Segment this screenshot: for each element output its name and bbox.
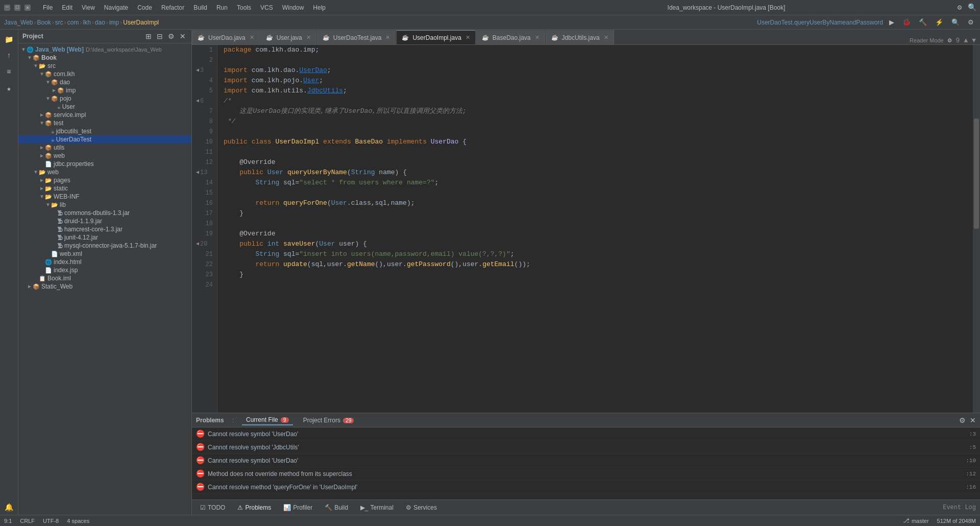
tree-item-book[interactable]: ▼ 📦 Book bbox=[18, 54, 191, 62]
tree-item-test[interactable]: ▼ 📦 test bbox=[18, 119, 191, 127]
status-charset[interactable]: UTF-8 bbox=[43, 518, 59, 524]
close-button[interactable]: ✕ bbox=[24, 5, 31, 11]
chevron-down-icon[interactable]: ▼ bbox=[972, 37, 976, 44]
settings-toolbar-button[interactable]: ⚙ bbox=[966, 17, 976, 27]
tab-project-errors[interactable]: Project Errors 29 bbox=[299, 416, 358, 425]
menu-help[interactable]: Help bbox=[309, 3, 330, 12]
menu-build[interactable]: Build bbox=[189, 3, 211, 12]
breadcrumb-com[interactable]: com bbox=[67, 19, 79, 26]
search-button[interactable]: 🔍 bbox=[949, 17, 962, 27]
tree-item-web-folder[interactable]: ▼ 📂 web bbox=[18, 168, 191, 176]
menu-code[interactable]: Code bbox=[133, 3, 156, 12]
chevron-up-icon[interactable]: ▲ bbox=[964, 37, 968, 44]
tab-settings-icon[interactable]: ⚙ bbox=[948, 36, 952, 44]
tree-item-book-iml[interactable]: 📋 Book.iml bbox=[18, 274, 191, 282]
tree-item-user-class[interactable]: ☕ User bbox=[18, 103, 191, 111]
menu-tools[interactable]: Tools bbox=[233, 3, 255, 12]
tree-item-userdaotest[interactable]: ☕ UserDaoTest bbox=[18, 135, 191, 144]
tab-user[interactable]: ☕ User.java ✕ bbox=[260, 30, 316, 44]
tab-userdaoimpl[interactable]: ☕ UserDaoImpl.java ✕ bbox=[396, 30, 475, 44]
settings-button[interactable]: ⚙ bbox=[955, 4, 964, 12]
todo-button[interactable]: ☑ TODO bbox=[196, 503, 229, 512]
problem-item-3[interactable]: ⛔ Cannot resolve symbol 'UserDao' :10 bbox=[192, 454, 980, 467]
problems-button[interactable]: ⚠ Problems bbox=[233, 503, 275, 512]
breadcrumb-src[interactable]: src bbox=[55, 19, 63, 26]
code-editor[interactable]: 1 2 ◀3 4 5 ◀6 7 8 9 10 11 12 ◀13 14 15 1… bbox=[192, 45, 980, 413]
tree-item-druid[interactable]: 🗜 druid-1.1.9.jar bbox=[18, 217, 191, 225]
coverage-button[interactable]: ⚡ bbox=[933, 17, 945, 27]
tree-item-service-impl[interactable]: ▶ 📦 service.impl bbox=[18, 111, 191, 119]
menu-view[interactable]: View bbox=[78, 3, 99, 12]
breadcrumb-dao[interactable]: dao bbox=[95, 19, 105, 26]
tree-item-commons-dbutils[interactable]: 🗜 commons-dbutils-1.3.jar bbox=[18, 209, 191, 217]
tab-close-userdaotest[interactable]: ✕ bbox=[385, 34, 390, 41]
problem-item-1[interactable]: ⛔ Cannot resolve symbol 'UserDao' :3 bbox=[192, 427, 980, 441]
commit-icon[interactable]: ↑ bbox=[2, 48, 17, 63]
tree-item-static-web[interactable]: ▶ 📦 Static_Web bbox=[18, 282, 191, 291]
tab-close-userdaoimpl[interactable]: ✕ bbox=[465, 34, 470, 41]
tree-item-web-pkg[interactable]: ▶ 📦 web bbox=[18, 152, 191, 160]
tree-item-webinf[interactable]: ▼ 📂 WEB-INF bbox=[18, 193, 191, 201]
breadcrumb-java-web[interactable]: Java_Web bbox=[4, 19, 33, 26]
tree-item-dao[interactable]: ▼ 📦 dao bbox=[18, 78, 191, 86]
tab-userdao[interactable]: ☕ UserDao.java ✕ bbox=[192, 30, 260, 44]
collapse-all-button[interactable]: ⊟ bbox=[155, 32, 164, 41]
tree-item-comlkh[interactable]: ▼ 📦 com.lkh bbox=[18, 70, 191, 78]
tree-item-java-web[interactable]: ▼ 🌐 Java_Web [Web] D:\Idea_workspace\Jav… bbox=[18, 45, 191, 54]
menu-navigate[interactable]: Navigate bbox=[100, 3, 132, 12]
tree-item-jdbc-properties[interactable]: 📄 jdbc.properties bbox=[18, 160, 191, 168]
tree-item-lib[interactable]: ▼ 📂 lib bbox=[18, 201, 191, 209]
menu-edit[interactable]: Edit bbox=[58, 3, 77, 12]
build-button-bottom[interactable]: 🔨 Build bbox=[321, 503, 352, 512]
problem-item-4[interactable]: ⛔ Method does not override method from i… bbox=[192, 467, 980, 481]
tab-jdbcutils[interactable]: ☕ JdbcUtils.java ✕ bbox=[546, 30, 614, 44]
menu-vcs[interactable]: VCS bbox=[256, 3, 277, 12]
debug-button[interactable]: 🐞 bbox=[900, 17, 913, 27]
notifications-icon[interactable]: 🔔 bbox=[2, 499, 17, 515]
run-config-label[interactable]: UserDaoTest.queryUserByNameandPassword bbox=[757, 19, 883, 26]
problem-item-2[interactable]: ⛔ Cannot resolve symbol 'JdbcUtils' :5 bbox=[192, 441, 980, 454]
tree-item-src[interactable]: ▼ 📂 src bbox=[18, 62, 191, 70]
code-content[interactable]: package com.lkh.dao.imp; import com.lkh.… bbox=[217, 45, 973, 413]
tab-userdaotest[interactable]: ☕ UserDaoTest.java ✕ bbox=[317, 30, 396, 44]
minimize-button[interactable]: ─ bbox=[4, 5, 10, 11]
tree-item-static[interactable]: ▶ 📂 static bbox=[18, 184, 191, 193]
tree-item-jdbcutils-test[interactable]: ☕ jdbcutils_test bbox=[18, 127, 191, 135]
hide-panel-button[interactable]: ✕ bbox=[178, 32, 187, 41]
window-controls[interactable]: ─ □ ✕ bbox=[4, 5, 31, 11]
gear-settings-button[interactable]: ⚙ bbox=[166, 32, 176, 41]
tab-close-user[interactable]: ✕ bbox=[306, 34, 311, 41]
profiler-button[interactable]: 📊 Profiler bbox=[279, 503, 316, 512]
tree-item-pages[interactable]: ▶ 📂 pages bbox=[18, 176, 191, 184]
tree-item-indexjsp[interactable]: 📄 index.jsp bbox=[18, 266, 191, 274]
tab-close-basedao[interactable]: ✕ bbox=[535, 34, 540, 41]
menu-file[interactable]: File bbox=[39, 3, 57, 12]
tree-item-webxml[interactable]: 📄 web.xml bbox=[18, 250, 191, 258]
run-button[interactable]: ▶ bbox=[887, 17, 896, 27]
tab-close-jdbcutils[interactable]: ✕ bbox=[604, 34, 608, 41]
terminal-button[interactable]: ▶_ Terminal bbox=[356, 503, 398, 512]
status-indent[interactable]: 4 spaces bbox=[67, 518, 89, 524]
structure-icon[interactable]: ≡ bbox=[2, 64, 17, 80]
tree-item-pojo[interactable]: ▼ 📦 pojo bbox=[18, 94, 191, 103]
status-position[interactable]: 9:1 bbox=[4, 518, 12, 524]
problem-item-5[interactable]: ⛔ Cannot resolve method 'queryForOne' in… bbox=[192, 481, 980, 494]
menu-refactor[interactable]: Refactor bbox=[157, 3, 188, 12]
tree-item-hamcrest[interactable]: 🗜 hamcrest-core-1.3.jar bbox=[18, 225, 191, 233]
tree-item-mysql-connector[interactable]: 🗜 mysql-connector-java-5.1.7-bin.jar bbox=[18, 242, 191, 250]
git-status[interactable]: ⎇ master bbox=[903, 517, 929, 524]
project-icon[interactable]: 📁 bbox=[2, 32, 17, 47]
tree-item-utils[interactable]: ▶ 📦 utils bbox=[18, 144, 191, 152]
memory-indicator[interactable]: 512M of 2048M bbox=[937, 517, 976, 524]
tree-item-imp[interactable]: ▶ 📦 imp bbox=[18, 86, 191, 94]
problems-close-icon[interactable]: ✕ bbox=[970, 416, 976, 424]
bookmark-icon[interactable]: ★ bbox=[2, 81, 17, 96]
maximize-button[interactable]: □ bbox=[14, 5, 20, 11]
tree-item-junit[interactable]: 🗜 junit-4.12.jar bbox=[18, 233, 191, 242]
status-encoding[interactable]: CRLF bbox=[20, 518, 35, 524]
tree-item-indexhtml[interactable]: 🌐 index.html bbox=[18, 258, 191, 266]
scrollbar-thumb[interactable] bbox=[974, 118, 979, 229]
services-button[interactable]: ⚙ Services bbox=[402, 503, 441, 512]
tab-current-file[interactable]: Current File 9 bbox=[242, 415, 293, 425]
search-everywhere-button[interactable]: 🔍 bbox=[968, 4, 976, 12]
